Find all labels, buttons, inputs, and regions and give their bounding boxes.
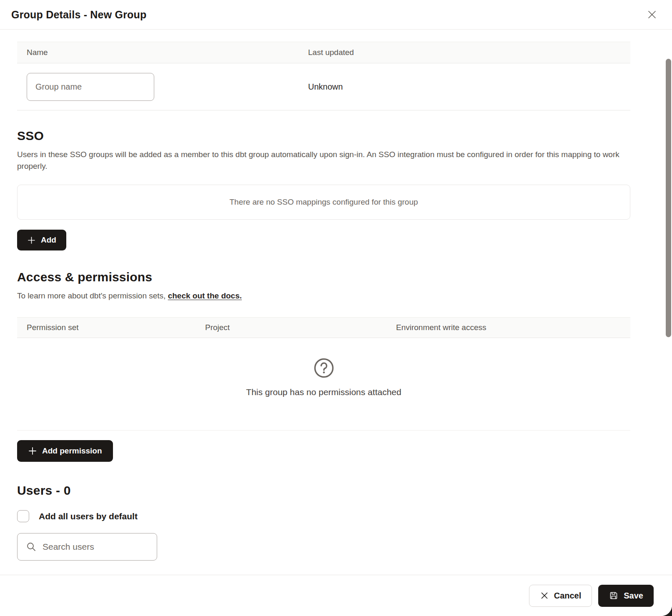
column-header-project: Project [196, 323, 386, 332]
description-text: To learn more about dbt's permission set… [17, 291, 168, 300]
vertical-scrollbar[interactable] [666, 59, 671, 337]
permissions-table: Permission set Project Environment write… [17, 317, 630, 431]
column-header-last-updated: Last updated [298, 48, 630, 57]
users-heading: Users - 0 [17, 483, 630, 498]
access-permissions-description: To learn more about dbt's permission set… [17, 290, 627, 302]
modal-title: Group Details - New Group [11, 9, 146, 21]
save-button-label: Save [624, 591, 643, 601]
sso-heading: SSO [17, 129, 630, 143]
add-all-users-checkbox[interactable] [17, 510, 29, 522]
docs-link[interactable]: check out the docs. [168, 291, 242, 300]
name-table-row: Unknown [17, 63, 630, 110]
last-updated-value: Unknown [298, 82, 630, 92]
sso-description: Users in these SSO groups will be added … [17, 149, 627, 172]
modal-body: Name Last updated Unknown SSO Users in t… [0, 30, 672, 575]
permissions-empty-message: This group has no permissions attached [246, 387, 401, 397]
search-users-input[interactable] [43, 542, 155, 552]
close-icon [646, 9, 658, 20]
search-icon [26, 541, 37, 552]
add-all-users-label[interactable]: Add all users by default [39, 511, 138, 521]
add-permission-button[interactable]: Add permission [17, 440, 113, 462]
modal-header: Group Details - New Group [0, 0, 672, 30]
plus-icon [27, 236, 36, 245]
add-button-label: Add [41, 235, 56, 245]
group-details-modal: Group Details - New Group Name Last upda… [0, 0, 672, 616]
add-permission-button-label: Add permission [42, 446, 102, 456]
add-sso-mapping-button[interactable]: Add [17, 230, 66, 250]
access-permissions-heading: Access & permissions [17, 270, 630, 284]
name-table-header: Name Last updated [17, 42, 630, 63]
column-header-environment-write-access: Environment write access [386, 323, 630, 332]
group-name-input[interactable] [27, 73, 154, 101]
save-floppy-icon [609, 591, 619, 601]
name-table: Name Last updated Unknown [17, 42, 630, 110]
sso-empty-state: There are no SSO mappings configured for… [17, 185, 630, 220]
cancel-button-label: Cancel [554, 591, 582, 601]
modal-footer: Cancel Save [0, 575, 672, 616]
plus-icon [28, 446, 37, 456]
permissions-table-header: Permission set Project Environment write… [17, 317, 630, 338]
permissions-empty-state: This group has no permissions attached [17, 338, 630, 431]
x-icon [540, 591, 549, 600]
save-button[interactable]: Save [598, 585, 654, 607]
column-header-name: Name [17, 48, 298, 57]
cancel-button[interactable]: Cancel [529, 585, 592, 607]
column-header-permission-set: Permission set [17, 323, 196, 332]
close-button[interactable] [644, 7, 659, 22]
search-users-field[interactable] [17, 533, 157, 561]
add-all-users-row: Add all users by default [17, 510, 630, 522]
question-mark-icon [313, 358, 334, 378]
